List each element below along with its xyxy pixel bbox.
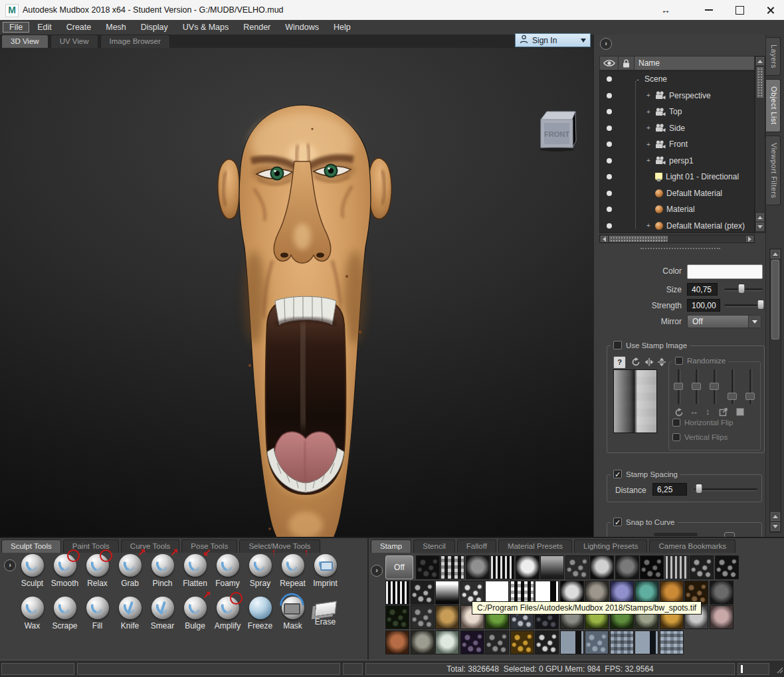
maximize-button[interactable] (727, 0, 752, 20)
slider-thumb[interactable] (695, 484, 702, 494)
visibility-cell[interactable] (600, 158, 619, 163)
color-swatch[interactable] (687, 264, 763, 279)
stamp-tray-collapse-button[interactable]: › (371, 565, 383, 577)
stamp-thumbnail[interactable] (690, 555, 714, 579)
stamp-thumbnail[interactable] (490, 555, 514, 579)
tree-expander[interactable]: + (645, 222, 652, 229)
use-stamp-image-checkbox[interactable] (613, 341, 622, 349)
view-tab-3d-view[interactable]: 3D View (1, 35, 49, 48)
stamp-properties-button[interactable]: ? (613, 356, 626, 369)
slider-thumb[interactable] (674, 383, 683, 390)
distance-input[interactable]: 6,25 (652, 483, 687, 496)
minimize-button[interactable] (696, 0, 722, 20)
resize-grip[interactable] (775, 666, 783, 674)
scroll-up-button[interactable] (756, 213, 764, 221)
scroll-down-button[interactable] (771, 522, 780, 531)
visibility-dot[interactable] (607, 93, 612, 98)
vertical-flip-checkbox[interactable] (672, 433, 680, 441)
slider-thumb[interactable] (745, 393, 755, 400)
stamp-thumbnail[interactable] (435, 630, 459, 654)
tool-spray[interactable]: ↑Spray (244, 554, 276, 588)
menu-item-windows[interactable]: Windows (278, 22, 326, 33)
tree-expander[interactable]: + (645, 157, 652, 164)
stamp-thumbnail[interactable] (660, 630, 684, 654)
slider-thumb[interactable] (728, 393, 737, 400)
tree-row-persp1[interactable]: +persp1 (600, 153, 754, 169)
stamp-tab-camera-bookmarks[interactable]: Camera Bookmarks (649, 539, 735, 553)
stamp-spacing-checkbox[interactable] (613, 470, 622, 478)
scroll-right-button[interactable] (746, 236, 753, 242)
tree-row-default-material-ptex[interactable]: +Default Material (ptex) (600, 218, 754, 234)
slider-thumb[interactable] (692, 383, 701, 390)
tool-pinch[interactable]: ↗Pinch (146, 554, 179, 588)
slider-thumb[interactable] (738, 284, 745, 294)
view-tab-uv-view[interactable]: UV View (50, 35, 98, 48)
randomize-slider[interactable] (674, 369, 684, 407)
stamp-thumbnail[interactable] (411, 630, 435, 654)
menu-item-mesh[interactable]: Mesh (99, 22, 133, 33)
scrollbar-thumb[interactable] (757, 67, 763, 98)
panel-scrollbar[interactable] (769, 248, 781, 533)
name-column-header[interactable]: Name (634, 56, 755, 70)
visibility-cell[interactable] (600, 207, 619, 212)
visibility-cell[interactable] (600, 142, 619, 147)
randomize-slider[interactable] (745, 369, 756, 407)
tree-row-perspective[interactable]: +Perspective (600, 88, 754, 104)
tool-amplify[interactable]: Amplify (211, 597, 244, 630)
tool-tab-sculpt-tools[interactable]: Sculpt Tools (1, 539, 61, 553)
horizontal-flip-checkbox[interactable] (672, 419, 680, 427)
stamp-thumbnail[interactable] (385, 630, 409, 654)
tool-scrape[interactable]: Scrape (49, 597, 81, 630)
stamp-thumbnail[interactable] (615, 555, 639, 579)
view-tab-image-browser[interactable]: Image Browser (100, 35, 170, 48)
tree-row-material[interactable]: Material (600, 201, 754, 218)
randomize-slider[interactable] (728, 369, 738, 407)
flip-vertical-icon[interactable] (657, 357, 666, 367)
stamp-tab-stamp[interactable]: Stamp (371, 539, 411, 553)
rotate-icon[interactable] (631, 357, 640, 367)
stamp-tab-stencil[interactable]: Stencil (413, 539, 455, 553)
visibility-cell[interactable] (600, 76, 619, 82)
stamp-thumbnail[interactable] (416, 555, 440, 579)
randomize-slider[interactable] (692, 369, 702, 407)
visibility-cell[interactable] (600, 93, 619, 98)
menu-item-create[interactable]: Create (60, 22, 98, 33)
visibility-cell[interactable] (600, 109, 619, 114)
scroll-left-button[interactable] (601, 236, 608, 242)
tool-repeat[interactable]: ↑Repeat (276, 554, 309, 588)
tool-smear[interactable]: Smear (146, 597, 179, 630)
rotate-icon[interactable] (674, 408, 684, 417)
visibility-dot[interactable] (607, 207, 612, 212)
menu-item-help[interactable]: Help (327, 22, 357, 33)
randomize-slider[interactable] (710, 369, 720, 407)
scroll-up-button[interactable] (771, 512, 780, 521)
close-button[interactable] (756, 0, 784, 20)
size-input[interactable]: 40,75 (687, 283, 718, 296)
visibility-dot[interactable] (607, 142, 612, 147)
stamp-thumbnail[interactable] (665, 555, 689, 579)
stamp-tab-falloff[interactable]: Falloff (457, 539, 496, 553)
stamp-thumbnail[interactable] (435, 605, 459, 629)
tree-row-default-material[interactable]: Default Material (600, 185, 754, 202)
snap-to-curve-checkbox[interactable] (613, 518, 622, 526)
tree-horizontal-scrollbar[interactable] (599, 235, 755, 243)
visibility-dot[interactable] (607, 158, 612, 163)
stamp-thumbnail[interactable] (466, 555, 490, 579)
stamp-thumbnail[interactable] (460, 630, 484, 654)
menu-item-render[interactable]: Render (237, 22, 277, 33)
tool-wax[interactable]: Wax (16, 597, 49, 630)
stamp-thumbnail[interactable] (540, 555, 564, 579)
stamp-tab-lighting-presets[interactable]: Lighting Presets (574, 539, 647, 553)
tool-imprint[interactable]: Imprint (309, 554, 342, 588)
scrollbar-thumb[interactable] (609, 236, 668, 242)
visibility-dot[interactable] (607, 191, 612, 196)
visibility-cell[interactable] (600, 174, 619, 179)
side-tab-viewport-filters[interactable]: Viewport Filters (766, 136, 781, 206)
scroll-up-button[interactable] (771, 250, 780, 258)
mirror-dropdown[interactable]: Off (687, 315, 761, 328)
distance-slider[interactable] (694, 488, 757, 491)
visibility-cell[interactable] (600, 223, 619, 229)
sculpt-model-head[interactable] (113, 98, 498, 537)
side-tab-object-list[interactable]: Object List (766, 79, 781, 132)
stamp-thumbnail[interactable] (635, 630, 658, 654)
